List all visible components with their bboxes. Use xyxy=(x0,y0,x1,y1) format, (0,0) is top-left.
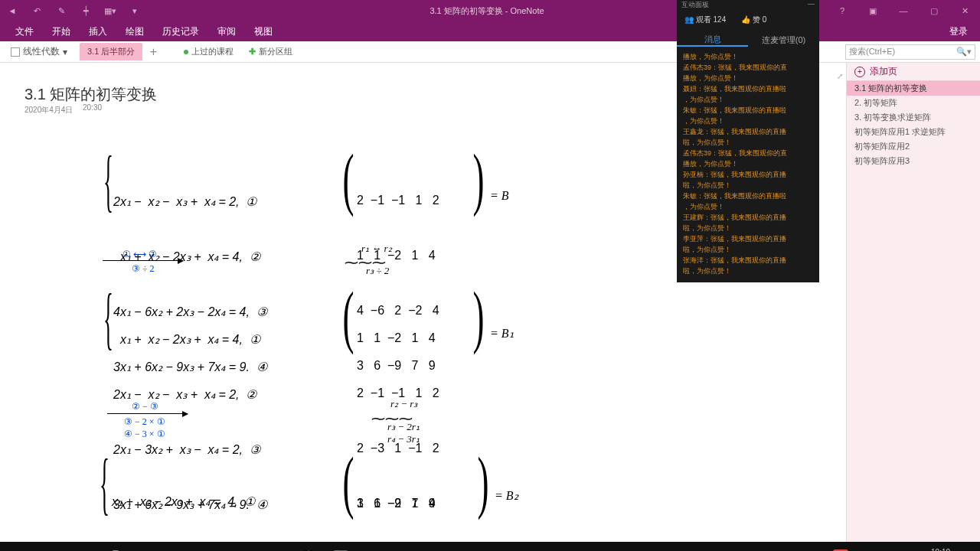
menu-home[interactable]: 开始 xyxy=(43,25,80,38)
back-button[interactable]: ◄ xyxy=(0,6,24,15)
menu-insert[interactable]: 插入 xyxy=(80,25,116,38)
matrix-b-label: = B xyxy=(490,187,509,205)
chat-message: 啦，为你点赞！ xyxy=(683,245,813,255)
start-button[interactable]: ⊞ xyxy=(3,545,35,551)
menu-history[interactable]: 历史记录 xyxy=(153,25,208,38)
notebook-name: 线性代数 xyxy=(23,45,60,58)
paren-right-icon: ) xyxy=(472,277,484,356)
page-item[interactable]: 初等矩阵应用2 xyxy=(847,139,980,154)
title-bar: ◄ ↶ ✎ ┿ ▦▾ ▾ 3.1 矩阵的初等变换 - OneNote ? ▣ —… xyxy=(0,0,980,21)
row-op-2c: ④ − 3 × ① xyxy=(124,427,165,441)
page-item[interactable]: 2. 初等矩阵 xyxy=(847,96,980,110)
more-icon[interactable]: ▾ xyxy=(122,6,147,16)
chat-message: 啦，为你点赞！ xyxy=(683,181,813,191)
taskview-button[interactable]: ⧉ xyxy=(67,545,100,551)
chat-message: 啦，为你点赞！ xyxy=(683,223,813,233)
fullscreen-button[interactable]: ▣ xyxy=(858,6,888,16)
row-op-1b: ③ ÷ 2 xyxy=(132,262,155,276)
page-item[interactable]: 初等矩阵应用3 xyxy=(847,154,980,168)
page-item[interactable]: 3. 初等变换求逆矩阵 xyxy=(847,110,980,125)
chat-message: 聂妞：张猛，我来围观你的直播啦 xyxy=(683,84,813,94)
page-item[interactable]: 初等矩阵应用1 求逆矩阵 xyxy=(847,125,980,139)
row-op-r1b: r₃ ÷ 2 xyxy=(366,263,389,279)
chat-messages[interactable]: 播放，为你点赞！孟伟杰39：张猛，我来围观你的直播放，为你点赞！聂妞：张猛，我来… xyxy=(677,51,819,280)
chat-message: ，为你点赞！ xyxy=(683,116,813,126)
chat-tab-mic[interactable]: 连麦管理(0) xyxy=(748,34,819,46)
onenote-icon[interactable]: N xyxy=(260,545,292,551)
viewers-stat: 👥 观看 124 xyxy=(684,15,726,25)
paren-left-icon: ( xyxy=(342,277,354,356)
brace-icon: { xyxy=(103,279,113,357)
maximize-button[interactable]: ▢ xyxy=(919,6,949,16)
add-page-button[interactable]: + 添加页 xyxy=(847,63,980,81)
search-placeholder: 搜索(Ctrl+E) xyxy=(849,46,895,57)
chat-close-icon[interactable]: — xyxy=(808,0,815,11)
tab-row: 线性代数 ▾ 3.1 后半部分 + 上过的课程 ✚新分区组 搜索(Ctrl+E)… xyxy=(0,41,980,63)
chrome-icon[interactable]: 🟢 xyxy=(100,545,132,551)
row-op-r2c: r₄ − 3r₁ xyxy=(387,432,420,447)
search-button[interactable]: 🔍 xyxy=(35,545,67,551)
chat-message: 孟伟杰39：张猛，我来围观你的直 xyxy=(683,63,813,73)
link-past-courses[interactable]: 上过的课程 xyxy=(176,46,241,57)
add-section-button[interactable]: + xyxy=(145,45,161,59)
chat-message: ，为你点赞！ xyxy=(683,202,813,212)
system-tray[interactable]: S ˄ ☁ 🖧 🔊 🔋 10:10 2020/4/6 💬 xyxy=(830,548,977,551)
arrow-icon xyxy=(103,260,183,261)
menu-review[interactable]: 审阅 xyxy=(208,25,245,38)
chat-message: 啦，为你点赞！ xyxy=(683,138,813,148)
chat-message: 王建辉：张猛，我来围观你的直播 xyxy=(683,213,813,223)
dock-icon[interactable]: ▦▾ xyxy=(98,6,122,16)
equation-system-3: x₁ + x₂ − 2x₃ + x₄ = 4, ① 2x₂ − 2x₃ + 2x… xyxy=(112,456,255,542)
brush-icon[interactable]: ✎ xyxy=(49,6,74,16)
chat-message: 孙亚楠：张猛，我来围观你的直播 xyxy=(683,170,813,180)
section-tab[interactable]: 3.1 后半部分 xyxy=(80,43,142,60)
chat-message: 播放，为你点赞！ xyxy=(683,73,813,83)
close-button[interactable]: ✕ xyxy=(949,6,980,16)
page-date: 2020年4月4日 xyxy=(24,105,73,116)
paren-right-icon: ) xyxy=(477,442,488,521)
matrix-b2: 1 1 −2 1 4 0 2 −2 2 0 xyxy=(357,458,436,542)
row-op-2a: ② − ③ xyxy=(132,399,158,413)
collapse-icon[interactable]: ⤢ xyxy=(837,72,843,80)
app-icon[interactable]: 🟦 xyxy=(325,545,357,551)
help-button[interactable]: ? xyxy=(827,6,858,16)
brace-icon: { xyxy=(100,444,109,523)
menu-file[interactable]: 文件 xyxy=(6,25,43,38)
menu-view[interactable]: 视图 xyxy=(245,25,282,38)
pin-icon[interactable]: ┿ xyxy=(74,6,98,16)
chat-panel: 互动面板— 👥 观看 124 👍 赞 0 消息 连麦管理(0) 播放，为你点赞！… xyxy=(677,0,819,282)
word-icon[interactable]: W xyxy=(228,545,260,551)
chat-message: 王鑫龙：张猛，我来围观你的直播 xyxy=(683,127,813,137)
chat-tab-messages[interactable]: 消息 xyxy=(677,34,748,47)
paren-left-icon: ( xyxy=(342,139,354,218)
search-icon: 🔍▾ xyxy=(956,47,972,57)
chat-message: 播放，为你点赞！ xyxy=(683,159,813,169)
search-input[interactable]: 搜索(Ctrl+E) 🔍▾ xyxy=(845,44,975,60)
brace-icon: { xyxy=(103,141,113,220)
chat-message: 孟伟杰39：张猛，我来围观你的直 xyxy=(683,148,813,158)
clock[interactable]: 10:10 2020/4/6 xyxy=(926,548,956,551)
everything-icon[interactable]: 🔎 xyxy=(196,545,228,551)
paren-right-icon: ) xyxy=(472,139,484,218)
page-item[interactable]: 3.1 矩阵的初等变换 xyxy=(847,81,980,96)
link-new-group[interactable]: ✚新分区组 xyxy=(241,46,300,57)
plus-icon: + xyxy=(854,67,865,77)
chat-message: 张海洋：张猛，我来围观你的直播 xyxy=(683,256,813,266)
likes-stat: 👍 赞 0 xyxy=(741,15,766,25)
firefox-icon[interactable]: 🦊 xyxy=(164,545,196,551)
chat-message: ，为你点赞！ xyxy=(683,95,813,105)
chat-title: 互动面板 xyxy=(681,0,709,11)
undo-icon[interactable]: ↶ xyxy=(24,6,49,16)
taskbar: ⊞ 🔍 ⧉ 🟢 📁 🦊 🔎 W N 💬 🟦 S ˄ ☁ 🖧 🔊 🔋 10:10 … xyxy=(0,542,980,551)
row-op-1a: ① ⟷ ② xyxy=(122,247,157,261)
dingtalk-icon[interactable]: 💬 xyxy=(292,545,325,551)
login-button[interactable]: 登录 xyxy=(949,25,974,38)
menu-draw[interactable]: 绘图 xyxy=(116,25,153,38)
notebook-icon xyxy=(11,47,20,57)
chat-message: 啦，为你点赞！ xyxy=(683,266,813,276)
chat-message: 朱敏：张猛，我来围观你的直播啦 xyxy=(683,106,813,116)
explorer-icon[interactable]: 📁 xyxy=(132,545,164,551)
notebook-dropdown[interactable]: 线性代数 ▾ xyxy=(5,45,74,58)
minimize-button[interactable]: — xyxy=(888,6,919,16)
chat-message: 李亚萍：张猛，我来围观你的直播 xyxy=(683,234,813,244)
